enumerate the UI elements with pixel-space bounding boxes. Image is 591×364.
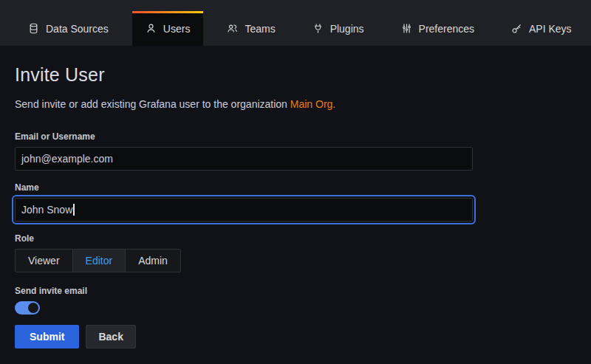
tab-teams[interactable]: Teams bbox=[213, 11, 288, 46]
tab-data-sources[interactable]: Data Sources bbox=[15, 11, 122, 46]
org-settings-tab-bar: Data Sources Users Teams bbox=[0, 0, 591, 46]
submit-button[interactable]: Submit bbox=[15, 325, 79, 348]
tab-api-keys[interactable]: API Keys bbox=[498, 11, 585, 46]
email-label: Email or Username bbox=[15, 131, 473, 142]
name-input[interactable]: John Snow bbox=[15, 198, 473, 222]
user-icon bbox=[146, 23, 157, 34]
tab-label: Preferences bbox=[419, 23, 474, 35]
email-field-group: Email or Username john@example.com bbox=[15, 131, 473, 171]
role-option-admin[interactable]: Admin bbox=[126, 250, 180, 272]
toggle-knob bbox=[28, 303, 38, 313]
text-cursor bbox=[73, 204, 75, 216]
plug-icon bbox=[312, 23, 324, 34]
tab-label: Teams bbox=[245, 23, 275, 35]
name-input-value: John Snow bbox=[21, 204, 72, 216]
role-field-group: Role Viewer Editor Admin bbox=[15, 233, 473, 272]
back-button[interactable]: Back bbox=[86, 325, 135, 348]
database-icon bbox=[28, 23, 39, 34]
form-actions: Submit Back bbox=[15, 325, 576, 348]
description-text: Send invite or add existing Grafana user… bbox=[15, 98, 287, 110]
tab-users[interactable]: Users bbox=[132, 11, 204, 46]
tab-label: Plugins bbox=[330, 23, 364, 35]
role-option-editor[interactable]: Editor bbox=[73, 250, 126, 272]
send-invite-toggle[interactable] bbox=[15, 301, 40, 315]
email-input-value: john@example.com bbox=[21, 153, 113, 165]
name-field-group: Name John Snow bbox=[15, 182, 473, 222]
users-icon bbox=[227, 23, 238, 34]
role-option-viewer[interactable]: Viewer bbox=[16, 250, 73, 272]
role-label: Role bbox=[15, 233, 473, 244]
org-link[interactable]: Main Org. bbox=[290, 98, 335, 110]
tab-plugins[interactable]: Plugins bbox=[299, 11, 378, 46]
page-title: Invite User bbox=[15, 64, 576, 86]
tab-label: Users bbox=[163, 23, 191, 35]
tab-label: Data Sources bbox=[46, 23, 109, 35]
email-input[interactable]: john@example.com bbox=[15, 147, 473, 171]
name-label: Name bbox=[15, 182, 473, 193]
role-radio-group: Viewer Editor Admin bbox=[15, 249, 181, 272]
send-invite-label: Send invite email bbox=[15, 286, 473, 296]
tab-preferences[interactable]: Preferences bbox=[388, 11, 488, 46]
sliders-icon bbox=[401, 23, 412, 34]
tab-label: API Keys bbox=[529, 23, 572, 35]
send-invite-field-group: Send invite email bbox=[15, 286, 473, 315]
page-description: Send invite or add existing Grafana user… bbox=[15, 98, 576, 110]
invite-user-page: Invite User Send invite or add existing … bbox=[0, 46, 591, 348]
key-icon bbox=[511, 23, 522, 34]
